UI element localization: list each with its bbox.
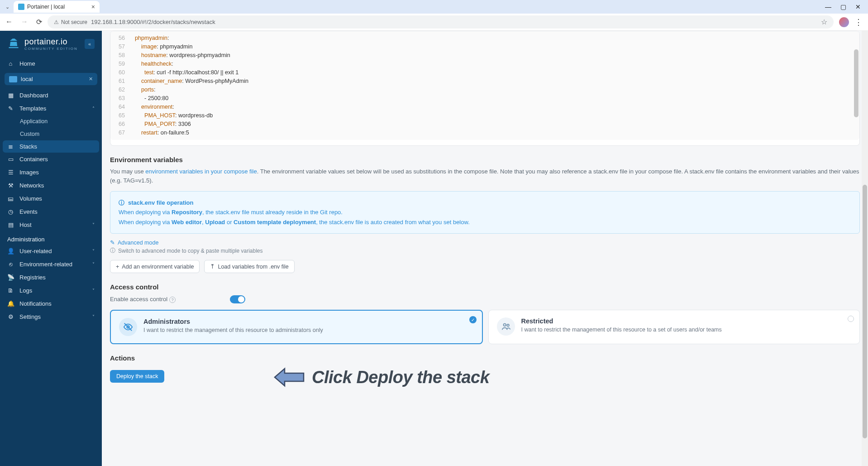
sidebar-item-dashboard[interactable]: ▦Dashboard — [0, 89, 102, 102]
sidebar-item-events[interactable]: ◷Events — [0, 205, 102, 218]
sidebar-item-networks[interactable]: ⚒Networks — [0, 179, 102, 192]
deploy-stack-button[interactable]: Deploy the stack — [110, 370, 164, 383]
sidebar-item-label: Stacks — [19, 143, 37, 150]
templates-icon: ✎ — [7, 105, 14, 112]
back-icon[interactable]: ← — [5, 18, 13, 26]
environment-chip[interactable]: local ✕ — [5, 73, 97, 85]
scrollbar-thumb[interactable] — [863, 185, 867, 438]
sidebar-item-label: Dashboard — [19, 92, 48, 99]
browser-titlebar: ⌄ Portainer | local × — ▢ ✕ — [0, 0, 868, 14]
containers-icon: ▭ — [7, 156, 14, 163]
browser-tab[interactable]: Portainer | local × — [14, 1, 100, 13]
help-icon[interactable]: ? — [169, 297, 176, 303]
browser-toolbar: ← → ⟳ ⚠ Not secure 192.168.1.18:9000/#!/… — [0, 14, 868, 31]
home-icon: ⌂ — [7, 60, 14, 67]
sidebar-item-host[interactable]: ▤Host˅ — [0, 218, 102, 231]
text: Upload — [205, 219, 225, 226]
sidebar-item-containers[interactable]: ▭Containers — [0, 153, 102, 166]
text: Switch to advanced mode to copy & paste … — [118, 248, 263, 254]
access-option-administrators[interactable]: Administrators I want to restrict the ma… — [110, 310, 483, 344]
tab-dropdown-icon[interactable]: ⌄ — [4, 4, 11, 10]
close-window-icon[interactable]: ✕ — [855, 3, 861, 10]
chevron-up-icon: ˄ — [92, 106, 95, 111]
button-label: Add an environment variable — [122, 264, 194, 270]
eye-off-icon — [119, 318, 137, 336]
maximize-icon[interactable]: ▢ — [840, 3, 846, 10]
code-editor[interactable]: 565758596061626364656667 phpmyadmin: ima… — [110, 31, 859, 140]
sidebar-item-home[interactable]: ⌂Home — [0, 57, 102, 70]
svg-point-3 — [507, 324, 509, 327]
sidebar-item-label: Home — [19, 60, 35, 67]
docker-icon — [9, 76, 17, 82]
load-env-file-button[interactable]: ⤒Load variables from .env file — [204, 260, 294, 273]
info-title: stack.env file operation — [128, 198, 194, 207]
stackenv-info-box: ⓘstack.env file operation When deploying… — [110, 191, 860, 234]
sidebar-item-volumes[interactable]: 🖴Volumes — [0, 192, 102, 205]
tab-title: Portainer | local — [27, 4, 89, 10]
sidebar-item-templates[interactable]: ✎Templates˄ — [0, 102, 102, 115]
sidebar-item-settings[interactable]: ⚙Settings˅ — [0, 310, 102, 323]
enable-access-label: Enable access control? — [110, 296, 176, 303]
sidebar-item-images[interactable]: ☰Images — [0, 166, 102, 179]
forward-icon[interactable]: → — [21, 18, 28, 26]
bell-icon: 🔔 — [7, 300, 14, 307]
sidebar-item-label: Networks — [19, 182, 44, 189]
sidebar-item-user-related[interactable]: 👤User-related˅ — [0, 245, 102, 258]
sidebar-item-custom[interactable]: Custom — [0, 128, 102, 140]
warning-icon: ⚠ — [54, 19, 59, 25]
user-icon: 👤 — [7, 248, 14, 255]
actions-title: Actions — [110, 354, 860, 362]
url-text: 192.168.1.18:9000/#!/2/docker/stacks/new… — [91, 19, 215, 25]
edit-icon: ✎ — [110, 239, 115, 246]
sidebar-item-application[interactable]: Application — [0, 115, 102, 128]
bookmark-star-icon[interactable]: ☆ — [821, 18, 827, 26]
address-bar[interactable]: ⚠ Not secure 192.168.1.18:9000/#!/2/dock… — [48, 15, 834, 29]
tab-close-icon[interactable]: × — [91, 3, 95, 10]
sidebar: portainer.io COMMUNITY EDITION « ⌂Home l… — [0, 31, 102, 466]
text: , the stack.env file is auto created fro… — [316, 219, 470, 226]
sidebar-item-notifications[interactable]: 🔔Notifications — [0, 297, 102, 310]
code-body[interactable]: phpmyadmin: image: phpmyadmin hostname: … — [129, 31, 859, 140]
gear-icon: ⚙ — [7, 313, 14, 320]
text: Custom template deployment — [234, 219, 316, 226]
sidebar-item-env-related[interactable]: ⎋Environment-related˅ — [0, 258, 102, 271]
sidebar-collapse-icon[interactable]: « — [85, 39, 95, 49]
brand[interactable]: portainer.io COMMUNITY EDITION « — [0, 31, 102, 57]
profile-avatar[interactable] — [839, 17, 849, 27]
upload-icon: ⤒ — [210, 263, 215, 270]
events-icon: ◷ — [7, 208, 14, 215]
images-icon: ☰ — [7, 169, 14, 176]
sidebar-item-label: Environment-related — [19, 261, 72, 268]
main-content: 565758596061626364656667 phpmyadmin: ima… — [102, 31, 868, 466]
access-option-restricted[interactable]: Restricted I want to restrict the manage… — [488, 310, 860, 344]
info-icon: ⓘ — [119, 198, 124, 207]
tab-favicon — [18, 4, 24, 10]
code-gutter: 565758596061626364656667 — [110, 31, 129, 140]
sidebar-item-label: Volumes — [19, 195, 42, 202]
sidebar-item-registries[interactable]: 📡Registries — [0, 271, 102, 284]
browser-menu-icon[interactable]: ⋮ — [854, 17, 863, 27]
env-desc: You may use environment variables in you… — [110, 167, 860, 185]
text: You may use — [110, 168, 145, 175]
button-label: Load variables from .env file — [218, 264, 288, 270]
sidebar-item-label: Images — [19, 169, 39, 176]
page-scrollbar[interactable] — [862, 31, 868, 466]
sidebar-item-logs[interactable]: 🗎Logs˅ — [0, 284, 102, 297]
add-env-var-button[interactable]: +Add an environment variable — [110, 260, 200, 273]
selected-check-icon: ✓ — [469, 316, 477, 323]
environment-close-icon[interactable]: ✕ — [89, 76, 93, 82]
text: Web editor — [172, 219, 202, 226]
sidebar-item-label: Notifications — [19, 300, 52, 307]
env-desc-link[interactable]: environment variables in your compose fi… — [145, 168, 257, 175]
security-chip[interactable]: ⚠ Not secure — [54, 19, 87, 25]
sidebar-item-label: Host — [19, 221, 32, 228]
access-toggle[interactable] — [230, 295, 245, 303]
minimize-icon[interactable]: — — [825, 3, 831, 10]
opt-title: Restricted — [521, 317, 722, 325]
editor-scrollbar[interactable] — [854, 49, 858, 117]
text: or — [225, 219, 234, 226]
sidebar-item-stacks[interactable]: ≣Stacks — [3, 140, 99, 153]
reload-icon[interactable]: ⟳ — [36, 18, 42, 26]
dashboard-icon: ▦ — [7, 92, 14, 99]
advanced-mode-link[interactable]: ✎Advanced mode — [110, 239, 860, 246]
